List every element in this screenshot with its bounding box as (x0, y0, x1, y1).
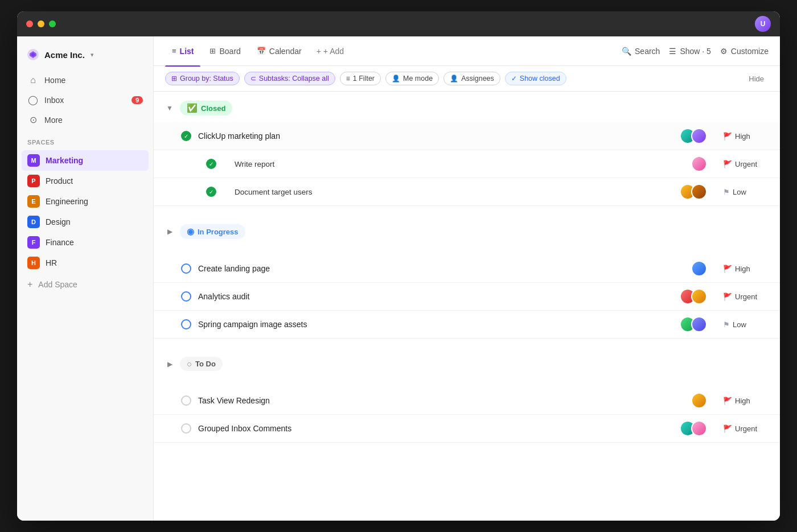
priority-flag-icon: 🚩 (723, 265, 732, 273)
task-row[interactable]: ⋮⋮ Task View Redesign 🚩 High (154, 387, 780, 415)
sidebar-item-inbox[interactable]: ◯ Inbox 9 (22, 90, 149, 110)
add-view-button[interactable]: + + Add (311, 43, 350, 59)
sidebar-item-hr[interactable]: H HR (22, 253, 149, 273)
brand-logo[interactable]: Acme Inc. ▾ (17, 43, 153, 71)
task-name: Analytics audit (198, 292, 673, 301)
traffic-lights (26, 20, 56, 27)
group-header-inprogress[interactable]: ▶ ◉ In Progress (154, 215, 780, 246)
inprogress-group-label: In Progress (198, 228, 239, 236)
avatar (691, 184, 707, 200)
task-avatars (680, 288, 707, 304)
maximize-button[interactable] (49, 20, 56, 27)
group-by-label: Group by: Status (180, 75, 233, 83)
priority-badge: 🚩 Urgent (723, 292, 769, 301)
task-row[interactable]: ⋮⋮ Analytics audit 🚩 Urgent (154, 283, 780, 311)
todo-chevron-icon: ▶ (165, 360, 174, 368)
priority-label: Urgent (735, 292, 757, 301)
sidebar-item-finance[interactable]: F Finance (22, 232, 149, 253)
task-checkbox[interactable] (181, 423, 191, 434)
list-icon: ≡ (172, 47, 176, 55)
inbox-icon: ◯ (27, 94, 39, 105)
task-row[interactable]: ⋮⋮ Create landing page 🚩 High (154, 255, 780, 283)
tab-board-label: Board (219, 47, 240, 56)
priority-flag-icon: 🚩 (723, 292, 732, 301)
priority-badge: 🚩 High (723, 397, 769, 405)
assignees-icon: 👤 (450, 75, 458, 83)
spaces-section: Spaces M Marketing P Product E (17, 130, 153, 294)
engineering-label: Engineering (46, 197, 88, 206)
hr-avatar: H (27, 257, 40, 269)
add-view-icon: + (317, 47, 321, 56)
marketing-avatar: M (27, 154, 40, 167)
group-by-icon: ⊞ (171, 75, 177, 83)
filter-label: 1 Filter (353, 75, 375, 83)
add-space-button[interactable]: + Add Space (22, 275, 149, 294)
priority-badge: ⚑ Low (723, 188, 769, 196)
priority-label: Urgent (735, 424, 757, 433)
priority-badge: 🚩 High (723, 265, 769, 273)
subtasks-icon: ⊂ (250, 75, 256, 83)
product-label: Product (46, 176, 73, 185)
minimize-button[interactable] (38, 20, 44, 27)
task-checkbox[interactable] (181, 263, 191, 274)
task-checkbox[interactable] (181, 395, 191, 406)
me-mode-chip[interactable]: 👤 Me mode (385, 72, 439, 85)
user-avatar[interactable]: U (755, 16, 771, 32)
sidebar-item-more[interactable]: ⊙ More (22, 110, 149, 130)
task-row[interactable]: ✓ Document target users ⚑ Low (154, 178, 780, 206)
inbox-badge: 9 (132, 96, 143, 104)
task-row[interactable]: ⋮⋮ ✓ ClickUp marketing plan 🚩 High (154, 122, 780, 150)
filter-chip[interactable]: ≡ 1 Filter (340, 72, 381, 85)
task-checkbox[interactable] (181, 291, 191, 302)
search-button[interactable]: 🔍 Search (622, 47, 660, 56)
task-checkbox[interactable] (181, 319, 191, 329)
task-checkbox[interactable]: ✓ (206, 187, 216, 197)
group-header-todo[interactable]: ▶ ○ To Do (154, 348, 780, 378)
hide-button[interactable]: Hide (744, 72, 769, 85)
task-row[interactable]: ✓ Write report 🚩 Urgent (154, 150, 780, 178)
closed-chevron-icon: ▼ (165, 104, 174, 112)
task-row[interactable]: ⋮⋮ Grouped Inbox Comments 🚩 Urgent (154, 415, 780, 443)
search-label: Search (635, 47, 660, 56)
priority-badge: 🚩 Urgent (723, 424, 769, 433)
todo-group-label: To Do (195, 360, 216, 368)
closed-group-badge: ✅ Closed (180, 101, 232, 116)
tab-list[interactable]: ≡ List (165, 43, 200, 59)
sidebar-item-engineering[interactable]: E Engineering (22, 191, 149, 212)
calendar-icon: 📅 (257, 47, 266, 55)
close-button[interactable] (26, 20, 33, 27)
sidebar-item-product[interactable]: P Product (22, 171, 149, 191)
priority-label: High (735, 132, 750, 141)
show-button[interactable]: ☰ Show · 5 (669, 47, 710, 56)
show-closed-chip[interactable]: ✓ Show closed (505, 72, 566, 85)
sidebar-item-home[interactable]: ⌂ Home (22, 71, 149, 90)
group-header-closed[interactable]: ▼ ✅ Closed (154, 92, 780, 122)
task-checkbox[interactable]: ✓ (206, 159, 216, 169)
avatar (691, 316, 707, 332)
task-avatars (691, 156, 707, 172)
add-view-label: + Add (323, 47, 344, 56)
tab-board[interactable]: ⊞ Board (203, 43, 247, 59)
priority-label: High (735, 397, 750, 405)
assignees-chip[interactable]: 👤 Assignees (443, 72, 500, 85)
task-checkbox[interactable]: ✓ (181, 131, 191, 141)
tab-calendar-label: Calendar (269, 47, 302, 56)
show-icon: ☰ (669, 47, 676, 56)
sidebar-inbox-label: Inbox (44, 96, 64, 105)
subtasks-chip[interactable]: ⊂ Subtasks: Collapse all (244, 72, 335, 85)
filter-bar: ⊞ Group by: Status ⊂ Subtasks: Collapse … (154, 66, 780, 92)
tab-calendar[interactable]: 📅 Calendar (250, 43, 309, 59)
more-icon: ⊙ (27, 114, 39, 125)
task-row[interactable]: ⋮⋮ Spring campaign image assets ⚑ Low (154, 311, 780, 339)
hr-label: HR (46, 258, 57, 267)
show-closed-label: Show closed (520, 75, 560, 83)
group-by-chip[interactable]: ⊞ Group by: Status (165, 72, 240, 85)
task-name: Task View Redesign (198, 396, 684, 405)
sidebar-item-design[interactable]: D Design (22, 212, 149, 232)
task-avatars (680, 316, 707, 332)
priority-label: Low (733, 320, 746, 329)
todo-group-badge: ○ To Do (180, 357, 223, 371)
brand-icon (26, 48, 40, 61)
sidebar-item-marketing[interactable]: M Marketing (22, 150, 149, 171)
customize-button[interactable]: ⚙ Customize (720, 47, 769, 56)
